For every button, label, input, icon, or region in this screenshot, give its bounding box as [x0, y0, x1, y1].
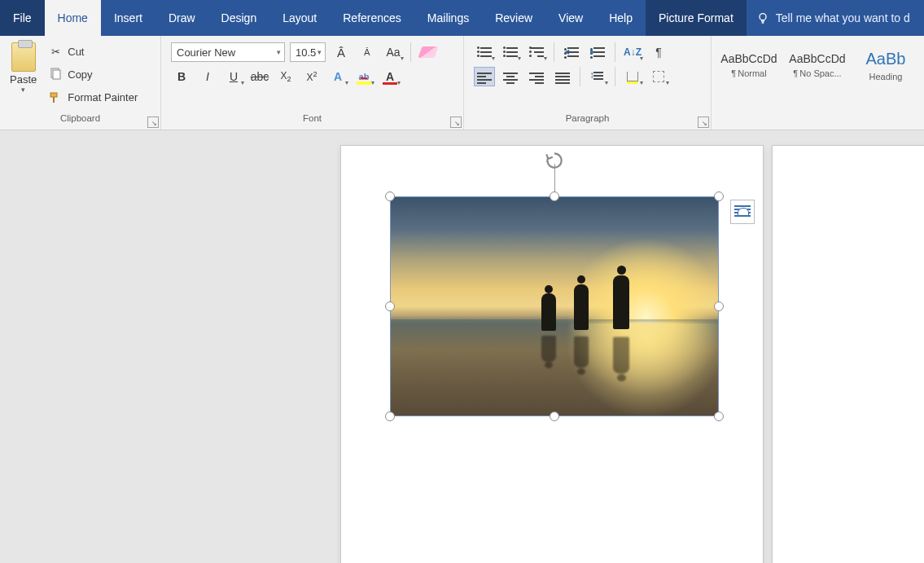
tab-home[interactable]: Home	[45, 0, 101, 36]
resize-handle-tr[interactable]	[714, 191, 724, 201]
copy-label: Copy	[68, 68, 92, 81]
shading-button[interactable]	[622, 67, 643, 86]
resize-handle-l[interactable]	[385, 301, 395, 311]
page-1[interactable]	[340, 145, 764, 563]
underline-button[interactable]: U	[223, 67, 244, 86]
tab-references[interactable]: References	[330, 0, 414, 36]
svg-rect-3	[50, 93, 57, 97]
font-dialog-launcher[interactable]: ↘	[450, 117, 462, 128]
tell-me-search[interactable]: Tell me what you want to d	[747, 0, 924, 36]
font-color-button[interactable]: A	[379, 67, 401, 86]
group-label-font: Font	[161, 113, 463, 130]
copy-button[interactable]: Copy	[45, 65, 141, 83]
paste-icon	[11, 42, 36, 72]
grow-font-button[interactable]: Â	[331, 42, 352, 62]
page-2[interactable]	[772, 145, 924, 563]
clear-formatting-button[interactable]	[418, 42, 439, 62]
text-effects-button[interactable]: A	[327, 67, 348, 86]
ribbon-tabs: File Home Insert Draw Design Layout Refe…	[0, 0, 924, 36]
paint-bucket-icon	[627, 72, 638, 81]
document-canvas[interactable]	[0, 130, 924, 563]
separator	[615, 67, 615, 86]
separator	[410, 42, 411, 62]
group-styles: AaBbCcDd ¶Normal AaBbCcDd ¶No Spac... Aa…	[712, 36, 924, 130]
resize-handle-r[interactable]	[714, 301, 724, 311]
ribbon: Paste ▾ ✂ Cut Copy Form	[0, 36, 924, 130]
borders-icon	[653, 71, 664, 82]
shrink-font-button[interactable]: Ǎ	[357, 42, 378, 62]
paste-button[interactable]: Paste ▾	[5, 39, 42, 110]
lightbulb-icon	[756, 11, 769, 24]
tab-design[interactable]: Design	[208, 0, 270, 36]
rotate-icon	[544, 150, 565, 171]
borders-button[interactable]	[648, 67, 669, 86]
tab-mailings[interactable]: Mailings	[414, 0, 482, 36]
multilevel-list-button[interactable]	[526, 42, 547, 62]
resize-handle-t[interactable]	[550, 191, 559, 201]
selected-picture[interactable]	[390, 196, 719, 416]
tab-layout[interactable]: Layout	[269, 0, 330, 36]
paragraph-dialog-launcher[interactable]: ↘	[698, 117, 709, 128]
superscript-button[interactable]: X2	[301, 67, 322, 86]
eraser-icon	[418, 46, 438, 58]
style-no-spacing[interactable]: AaBbCcDd ¶No Spac...	[785, 39, 850, 91]
resize-handle-br[interactable]	[714, 411, 724, 421]
paste-dropdown-icon[interactable]: ▾	[21, 86, 25, 94]
separator	[554, 42, 554, 62]
increase-indent-button[interactable]	[587, 42, 608, 62]
picture-content	[390, 196, 719, 416]
group-font: Courier New ▾ 10.5 ▾ Â Ǎ Aa B I	[161, 36, 464, 130]
chevron-down-icon: ▾	[277, 48, 281, 56]
scissors-icon: ✂	[48, 44, 63, 59]
cut-button[interactable]: ✂ Cut	[45, 42, 141, 60]
group-paragraph: A↓Z ¶ Paragraph ↘	[464, 36, 712, 130]
bullets-button[interactable]	[474, 42, 495, 62]
font-name-combo[interactable]: Courier New ▾	[171, 42, 285, 62]
decrease-indent-button[interactable]	[561, 42, 582, 62]
show-marks-button[interactable]: ¶	[648, 42, 669, 62]
style-preview: AaBbCcDd	[789, 52, 845, 65]
tab-insert[interactable]: Insert	[101, 0, 155, 36]
tab-picture-format[interactable]: Picture Format	[646, 0, 747, 36]
tab-view[interactable]: View	[545, 0, 596, 36]
subscript-button[interactable]: X2	[275, 67, 296, 86]
resize-handle-b[interactable]	[550, 411, 559, 421]
style-name: ¶No Spac...	[793, 68, 841, 78]
cut-label: Cut	[68, 46, 84, 58]
font-size-value: 10.5	[296, 46, 316, 59]
bold-button[interactable]: B	[171, 67, 192, 86]
style-heading1[interactable]: AaBb Heading	[853, 39, 918, 91]
strikethrough-button[interactable]: abc	[249, 67, 270, 86]
group-clipboard: Paste ▾ ✂ Cut Copy Form	[0, 36, 161, 130]
style-preview: AaBbCcDd	[720, 52, 777, 65]
format-painter-button[interactable]: Format Painter	[45, 89, 141, 107]
numbering-button[interactable]	[500, 42, 521, 62]
align-left-button[interactable]	[474, 67, 495, 86]
line-spacing-button[interactable]	[587, 67, 608, 86]
style-normal[interactable]: AaBbCcDd ¶Normal	[716, 39, 782, 91]
sort-button[interactable]: A↓Z	[622, 42, 643, 62]
tab-help[interactable]: Help	[596, 0, 646, 36]
font-name-value: Courier New	[177, 46, 235, 59]
tell-me-placeholder: Tell me what you want to d	[776, 11, 910, 24]
change-case-button[interactable]: Aa	[383, 42, 404, 62]
align-center-button[interactable]	[500, 67, 521, 86]
svg-rect-2	[53, 70, 60, 79]
font-size-combo[interactable]: 10.5 ▾	[290, 42, 326, 62]
justify-button[interactable]	[552, 67, 573, 86]
tab-draw[interactable]: Draw	[155, 0, 208, 36]
align-right-button[interactable]	[526, 67, 547, 86]
style-name: ¶Normal	[731, 68, 766, 78]
clipboard-dialog-launcher[interactable]: ↘	[147, 117, 159, 128]
resize-handle-bl[interactable]	[385, 411, 395, 421]
paintbrush-icon	[48, 90, 63, 105]
italic-button[interactable]: I	[197, 67, 218, 86]
rotation-handle[interactable]	[543, 149, 566, 172]
svg-rect-4	[53, 97, 55, 103]
highlight-button[interactable]: ab	[353, 67, 374, 86]
tab-review[interactable]: Review	[482, 0, 545, 36]
layout-options-button[interactable]	[730, 200, 755, 224]
svg-point-0	[760, 14, 766, 20]
tab-file[interactable]: File	[0, 0, 45, 36]
resize-handle-tl[interactable]	[385, 191, 395, 201]
